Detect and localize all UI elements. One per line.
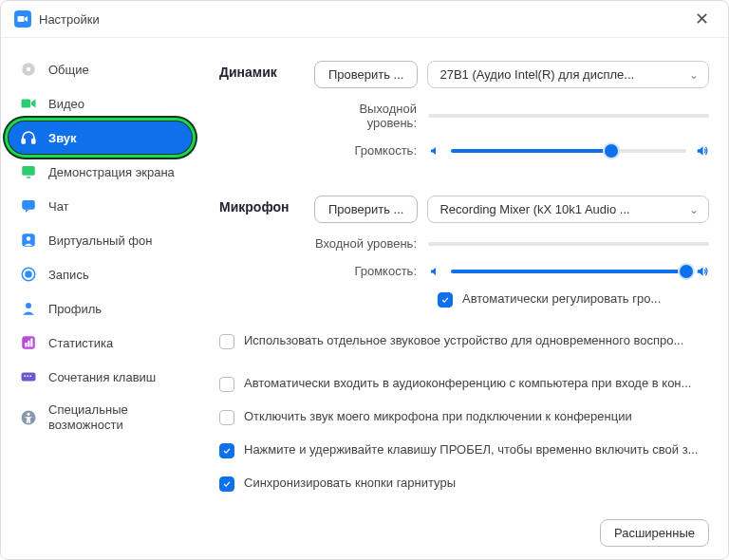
auto-join-audio-label[interactable]: Автоматически входить в аудиоконференцию… [244, 376, 709, 390]
svg-rect-21 [30, 376, 32, 378]
sidebar-item-recording[interactable]: Запись [9, 258, 192, 290]
sidebar-item-label: Демонстрация экрана [48, 165, 175, 179]
chevron-down-icon: ⌄ [689, 68, 699, 82]
svg-rect-3 [22, 100, 31, 108]
mic-device-select[interactable]: Recording Mixer (kX 10k1 Audio ... ⌄ [427, 196, 709, 223]
mute-on-join-label[interactable]: Отключить звук моего микрофона при подкл… [244, 409, 709, 423]
svg-rect-7 [27, 177, 31, 178]
svg-rect-4 [22, 140, 25, 144]
svg-rect-0 [18, 16, 25, 22]
speaker-volume-slider[interactable] [451, 149, 686, 153]
push-to-talk-label[interactable]: Нажмите и удерживайте клавишу ПРОБЕЛ, чт… [244, 442, 709, 457]
auto-gain-label[interactable]: Автоматически регулировать гро... [462, 291, 709, 306]
svg-point-12 [26, 271, 31, 277]
svg-point-13 [26, 303, 31, 308]
speaker-output-level-label: Выходной уровень: [314, 102, 428, 130]
sidebar-item-label: Запись [48, 268, 89, 282]
sidebar-item-label: Общие [48, 63, 89, 77]
headphones-icon [20, 129, 37, 146]
sidebar: Общие Видео Звук Демонстрация экрана Чат… [1, 38, 200, 560]
profile-icon [20, 300, 37, 317]
sidebar-item-share-screen[interactable]: Демонстрация экрана [9, 156, 192, 188]
settings-content: Динамик Проверить ... 27B1 (Аудио Intel(… [200, 38, 728, 560]
advanced-button[interactable]: Расширенные [600, 519, 709, 547]
svg-rect-17 [30, 339, 32, 347]
sidebar-item-label: Специальные возможности [48, 402, 180, 432]
sidebar-item-label: Звук [48, 131, 77, 145]
share-screen-icon [20, 163, 37, 180]
mic-volume-slider[interactable] [451, 270, 686, 273]
zoom-app-icon [14, 10, 31, 28]
sidebar-item-general[interactable]: Общие [9, 53, 192, 85]
svg-rect-6 [22, 166, 35, 176]
video-icon [20, 95, 37, 112]
sidebar-item-chat[interactable]: Чат [9, 190, 192, 222]
speaker-device-value: 27B1 (Аудио Intel(R) для диспле... [439, 67, 634, 82]
mic-device-value: Recording Mixer (kX 10k1 Audio ... [439, 202, 629, 216]
sidebar-item-audio[interactable]: Звук [9, 121, 192, 154]
separate-device-checkbox[interactable] [219, 334, 234, 349]
sidebar-item-label: Сочетания клавиш [48, 370, 156, 384]
svg-rect-16 [28, 341, 29, 347]
sidebar-item-statistics[interactable]: Статистика [9, 327, 192, 359]
mic-input-meter [428, 242, 709, 246]
volume-low-icon [428, 145, 441, 157]
sync-headset-checkbox[interactable] [219, 476, 234, 492]
chat-icon [20, 197, 37, 215]
push-to-talk-checkbox[interactable] [219, 443, 234, 458]
mute-on-join-checkbox[interactable] [219, 410, 234, 425]
sidebar-item-label: Чат [48, 199, 69, 214]
auto-join-audio-checkbox[interactable] [219, 377, 234, 392]
test-speaker-button[interactable]: Проверить ... [314, 61, 418, 88]
sidebar-item-accessibility[interactable]: Специальные возможности [9, 395, 192, 439]
sidebar-item-label: Виртуальный фон [48, 233, 152, 248]
virtual-bg-icon [20, 232, 37, 249]
volume-high-icon [696, 265, 709, 278]
speaker-volume-label: Громкость: [314, 143, 428, 158]
svg-point-2 [27, 67, 31, 72]
sidebar-item-video[interactable]: Видео [9, 87, 192, 120]
sync-headset-label[interactable]: Синхронизировать кнопки гарнитуры [244, 476, 709, 490]
svg-point-10 [27, 236, 31, 241]
window-title: Настройки [39, 12, 100, 27]
sidebar-item-shortcuts[interactable]: Сочетания клавиш [9, 361, 192, 393]
close-icon[interactable]: ✕ [689, 9, 715, 29]
test-mic-button[interactable]: Проверить ... [314, 196, 418, 223]
separate-device-label[interactable]: Использовать отдельное звуковое устройст… [244, 333, 709, 347]
volume-high-icon [696, 144, 709, 158]
gear-icon [20, 61, 37, 78]
speaker-device-select[interactable]: 27B1 (Аудио Intel(R) для диспле... ⌄ [427, 61, 709, 88]
svg-rect-8 [22, 200, 35, 210]
sidebar-item-profile[interactable]: Профиль [9, 292, 192, 325]
volume-low-icon [428, 266, 441, 277]
mic-volume-label: Громкость: [314, 264, 428, 278]
sidebar-item-label: Видео [48, 97, 84, 111]
sidebar-item-virtual-bg[interactable]: Виртуальный фон [9, 224, 192, 256]
mic-section-label: Микрофон [219, 196, 314, 316]
chevron-down-icon: ⌄ [689, 203, 699, 216]
svg-rect-20 [28, 376, 29, 378]
speaker-output-meter [428, 114, 709, 118]
svg-rect-5 [32, 140, 35, 144]
mic-input-level-label: Входной уровень: [314, 236, 428, 251]
sidebar-item-label: Профиль [48, 302, 102, 316]
svg-rect-19 [25, 376, 27, 378]
keyboard-icon [20, 368, 37, 385]
svg-point-23 [28, 412, 30, 415]
statistics-icon [20, 334, 37, 351]
speaker-section-label: Динамик [219, 61, 314, 171]
record-icon [20, 266, 37, 283]
svg-rect-15 [25, 343, 27, 347]
accessibility-icon [20, 409, 37, 426]
sidebar-item-label: Статистика [48, 336, 113, 350]
auto-gain-checkbox[interactable] [438, 292, 453, 308]
